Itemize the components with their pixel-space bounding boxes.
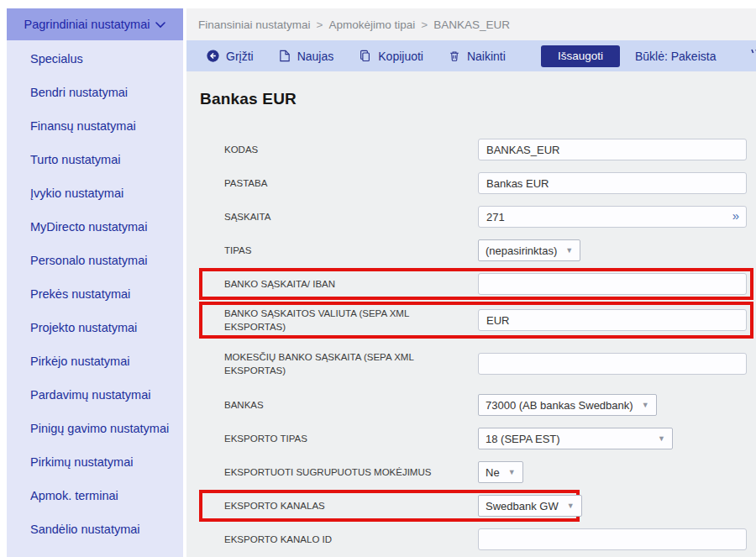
breadcrumb-separator: > <box>317 18 323 31</box>
sidebar-item-projekto-nustatymai[interactable]: Projekto nustatymai <box>7 311 183 344</box>
field-label: MOKESČIŲ BANKO SĄSKAITA (SEPA XML EKSPOR… <box>224 350 478 377</box>
sidebar-item-pardavimu-nustatymai[interactable]: Pardavimų nustatymai <box>7 378 183 412</box>
chevron-down-icon: ▼ <box>567 502 575 510</box>
field-label: PASTABA <box>224 176 478 190</box>
eksportuoti-sugrupuotus-select[interactable]: Ne ▼ <box>478 461 523 483</box>
chevron-down-icon: ▼ <box>658 434 665 443</box>
record-form-panel: Bankas EUR KODAS PASTABA SĄSKAITA » <box>186 71 756 557</box>
breadcrumb-separator: > <box>421 18 428 31</box>
form-row-saskaita: SĄSKAITA » <box>199 201 753 233</box>
back-button-label: Grįžti <box>226 50 254 63</box>
form-row-eksportuoti-sugrupuotus: EKSPORTUOTI SUGRUPUOTUS MOKĖJIMUS Ne ▼ <box>199 456 753 488</box>
form-row-tipas: TIPAS (nepasirinktas) ▼ <box>199 234 753 266</box>
bankas-select[interactable]: 73000 (AB bankas Swedbank) ▼ <box>478 394 657 416</box>
sidebar-item-personalo-nustatymai[interactable]: Personalo nustatymai <box>7 244 183 277</box>
field-label: TIPAS <box>224 244 478 257</box>
eksporto-kanalo-id-input[interactable] <box>478 528 747 550</box>
delete-button-label: Naikinti <box>467 50 506 63</box>
sidebar-item-finansu-nustatymai[interactable]: Finansų nustatymai <box>7 109 183 143</box>
eksporto-kanalas-select-value: Swedbank GW <box>486 500 559 512</box>
chevron-down-icon: ▼ <box>508 468 516 476</box>
tipas-select[interactable]: (nepasirinktas) ▼ <box>478 239 580 261</box>
sidebar-item-pirkejo-nustatymai[interactable]: Pirkėjo nustatymai <box>7 344 183 378</box>
form-row-banko-saskaitos-valiuta: BANKO SĄSKAITOS VALIUTA (SEPA XML EKSPOR… <box>199 302 753 339</box>
field-label: KODAS <box>224 143 478 156</box>
payment-type-form: KODAS PASTABA SĄSKAITA » TIPAS <box>199 134 756 557</box>
content-area: Finansiniai nustatymai > Apmokėjimo tipa… <box>186 0 756 557</box>
settings-sidebar: Pagrindiniai nustatymai Specialus Bendri… <box>7 8 183 557</box>
copy-button-label: Kopijuoti <box>378 50 423 63</box>
form-row-eksporto-tipas: EKSPORTO TIPAS 18 (SEPA EST) ▼ <box>199 423 753 455</box>
field-label: SĄSKAITA <box>224 210 478 223</box>
field-label: EKSPORTO TIPAS <box>224 432 478 445</box>
banko-saskaitos-valiuta-input[interactable] <box>478 309 747 331</box>
field-label: EKSPORTUOTI SUGRUPUOTUS MOKĖJIMUS <box>224 465 478 479</box>
saskaita-input[interactable] <box>478 206 747 228</box>
sidebar-item-prekes-nustatymai[interactable]: Prekės nustatymai <box>7 277 183 311</box>
form-row-bankas: BANKAS 73000 (AB bankas Swedbank) ▼ <box>199 389 753 421</box>
delete-button[interactable]: Naikinti <box>449 50 506 63</box>
account-lookup-icon[interactable]: » <box>732 208 739 223</box>
form-row-eksporto-kanalas: EKSPORTO KANALAS Swedbank GW ▼ <box>199 490 580 522</box>
form-row-kodas: KODAS <box>199 134 753 166</box>
sidebar-menu: Specialus Bendri nustatymai Finansų nust… <box>7 40 183 546</box>
page-title: Bankas EUR <box>186 71 756 108</box>
field-label: EKSPORTO KANALAS <box>224 499 478 512</box>
sidebar-item-ivykio-nustatymai[interactable]: Įvykio nustatymai <box>7 176 183 210</box>
sidebar-item-mydirecto-nustatymai[interactable]: MyDirecto nustatymai <box>7 210 183 244</box>
sidebar-item-turto-nustatymai[interactable]: Turto nustatymai <box>7 143 183 176</box>
form-row-mokesciu-banko-saskaita: MOKESČIŲ BANKO SĄSKAITA (SEPA XML EKSPOR… <box>199 345 753 382</box>
eksporto-tipas-select[interactable]: 18 (SEPA EST) ▼ <box>478 428 673 449</box>
chevron-down-icon: ▼ <box>642 401 649 409</box>
back-button[interactable]: Grįžti <box>207 50 254 63</box>
mokesciu-banko-saskaita-input[interactable] <box>478 353 747 375</box>
field-label: BANKAS <box>224 398 478 412</box>
back-circle-icon <box>207 50 219 62</box>
sidebar-item-pinigu-gavimo-nustatymai[interactable]: Pinigų gavimo nustatymai <box>7 412 183 445</box>
field-label: BANKO SĄSKAITA/ IBAN <box>224 277 478 291</box>
breadcrumb: Finansiniai nustatymai > Apmokėjimo tipa… <box>186 8 756 40</box>
kodas-input[interactable] <box>478 139 747 160</box>
eksporto-tipas-select-value: 18 (SEPA EST) <box>486 433 560 445</box>
breadcrumb-bankas-eur[interactable]: BANKAS_EUR <box>433 18 510 31</box>
form-row-banko-saskaita-iban: BANKO SĄSKAITA/ IBAN <box>199 268 753 300</box>
sidebar-item-apmok-terminai[interactable]: Apmok. terminai <box>7 479 183 512</box>
sidebar-item-sandelio-nustatymai[interactable]: Sandėlio nustatymai <box>7 512 183 546</box>
eksporto-kanalas-select[interactable]: Swedbank GW ▼ <box>478 495 582 517</box>
copy-icon <box>359 50 371 62</box>
clipped-toolbar-icon <box>750 48 756 62</box>
form-row-pastaba: PASTABA <box>199 167 753 199</box>
breadcrumb-apmokejimo-tipai[interactable]: Apmokėjimo tipai <box>328 18 415 31</box>
breadcrumb-finansiniai-nustatymai[interactable]: Finansiniai nustatymai <box>198 18 311 31</box>
sidebar-item-specialus[interactable]: Specialus <box>7 42 183 76</box>
pastaba-input[interactable] <box>478 172 747 194</box>
sidebar-item-bendri-nustatymai[interactable]: Bendri nustatymai <box>7 76 183 109</box>
form-row-eksporto-kanalo-id: EKSPORTO KANALO ID <box>199 523 753 555</box>
chevron-down-icon: ▼ <box>565 246 573 255</box>
bankas-select-value: 73000 (AB bankas Swedbank) <box>486 399 633 412</box>
new-button-label: Naujas <box>297 50 334 63</box>
new-document-icon <box>279 50 291 62</box>
eksportuoti-sugrupuotus-select-value: Ne <box>486 466 500 479</box>
banko-saskaita-iban-input[interactable] <box>478 273 747 295</box>
chevron-down-icon <box>155 18 165 31</box>
sidebar-section-label: Pagrindiniai nustatymai <box>24 18 150 31</box>
sidebar-item-pirkimu-nustatymai[interactable]: Pirkimų nustatymai <box>7 445 183 479</box>
new-button[interactable]: Naujas <box>279 50 334 63</box>
field-label: EKSPORTO KANALO ID <box>224 533 478 546</box>
status-label: Būklė: Pakeista <box>635 50 717 63</box>
sidebar-section-dropdown[interactable]: Pagrindiniai nustatymai <box>7 8 183 40</box>
copy-button[interactable]: Kopijuoti <box>359 50 423 63</box>
trash-icon <box>449 50 460 62</box>
save-button[interactable]: Išsaugoti <box>541 45 620 67</box>
tipas-select-value: (nepasirinktas) <box>486 244 557 257</box>
record-toolbar: Grįžti Naujas Kopijuoti Naikinti Išsaugo… <box>186 40 756 71</box>
field-label: BANKO SĄSKAITOS VALIUTA (SEPA XML EKSPOR… <box>224 307 478 334</box>
